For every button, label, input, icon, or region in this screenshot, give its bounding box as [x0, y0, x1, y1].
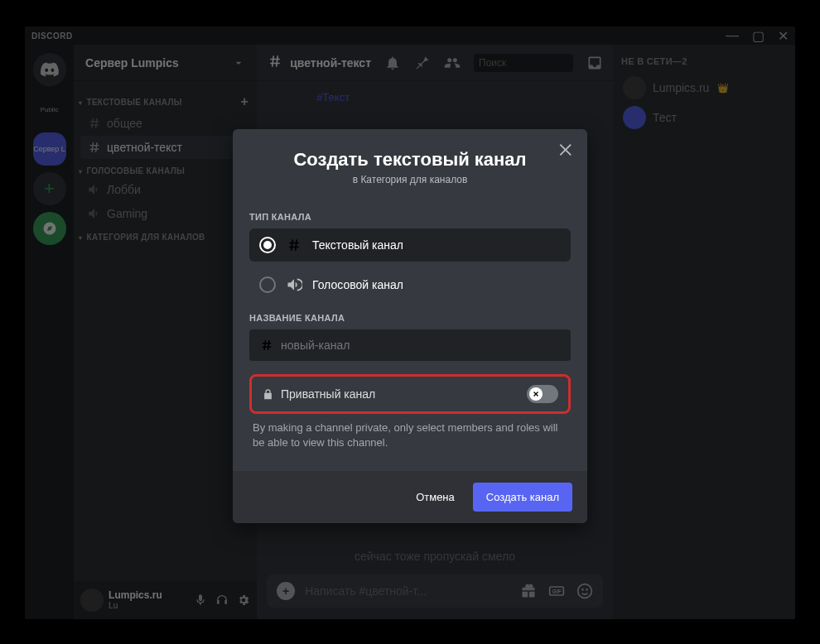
- modal-overlay[interactable]: Создать текстовый канал в Категория для …: [25, 26, 795, 619]
- lock-icon: [262, 388, 274, 401]
- private-description: By making a channel private, only select…: [253, 421, 567, 449]
- type-option-text[interactable]: Текстовый канал: [249, 228, 571, 262]
- hash-icon: [286, 237, 302, 253]
- speaker-icon: [286, 276, 302, 293]
- modal-body: ТИП КАНАЛА Текстовый канал Голосовой кан…: [233, 192, 587, 453]
- create-button[interactable]: Создать канал: [473, 483, 572, 512]
- type-text-label: Текстовый канал: [312, 238, 403, 252]
- private-label: Приватный канал: [281, 387, 375, 401]
- hash-icon: [259, 338, 274, 353]
- private-channel-row: Приватный канал: [249, 374, 571, 414]
- modal-subtitle: в Категория для каналов: [249, 174, 571, 185]
- type-voice-label: Голосовой канал: [312, 278, 403, 291]
- app-window: DISCORD — ▢ ✕ Public Сервер L + Сервер L…: [25, 26, 795, 619]
- channel-name-input[interactable]: [281, 339, 561, 352]
- channel-type-label: ТИП КАНАЛА: [249, 212, 571, 222]
- toggle-knob: [529, 387, 543, 401]
- modal-header: Создать текстовый канал в Категория для …: [233, 129, 587, 192]
- radio-selected-icon: [259, 237, 276, 253]
- cancel-button[interactable]: Отмена: [403, 483, 468, 512]
- channel-name-label: НАЗВАНИЕ КАНАЛА: [249, 313, 571, 323]
- modal-title: Создать текстовый канал: [249, 149, 571, 171]
- private-toggle[interactable]: [527, 385, 558, 403]
- modal-footer: Отмена Создать канал: [233, 471, 587, 523]
- close-icon: [557, 141, 576, 159]
- type-option-voice[interactable]: Голосовой канал: [249, 268, 571, 301]
- create-channel-modal: Создать текстовый канал в Категория для …: [233, 129, 587, 523]
- radio-icon: [259, 276, 276, 293]
- channel-name-input-wrap: [249, 329, 571, 361]
- modal-close-button[interactable]: [557, 141, 576, 162]
- x-icon: [532, 390, 540, 398]
